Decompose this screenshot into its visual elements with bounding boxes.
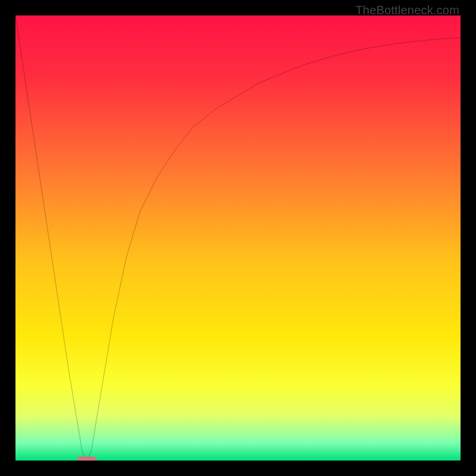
watermark-text: TheBottleneck.com	[355, 4, 459, 17]
plot-area	[15, 15, 461, 461]
optimal-marker	[77, 456, 97, 461]
bottleneck-curve	[15, 15, 461, 461]
chart-frame: TheBottleneck.com	[0, 0, 476, 476]
